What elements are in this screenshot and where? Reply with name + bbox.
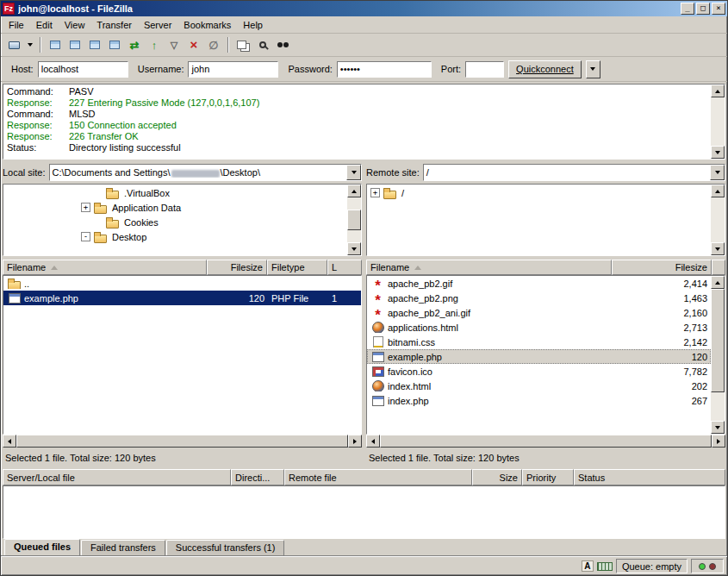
local-site-dropdown-button[interactable]: [346, 165, 361, 180]
scroll-thumb[interactable]: [347, 210, 361, 230]
tree-item-desktop[interactable]: -Desktop: [3, 229, 347, 244]
column-filesize[interactable]: Filesize: [207, 260, 267, 275]
file-row[interactable]: index.html202: [367, 379, 711, 393]
toggle-log-icon[interactable]: [46, 35, 65, 54]
send-led-icon: [709, 563, 716, 570]
host-input[interactable]: [38, 61, 128, 78]
disconnect-icon[interactable]: [204, 35, 223, 54]
refresh-icon[interactable]: [125, 35, 144, 54]
scroll-down-button[interactable]: [711, 242, 725, 255]
menu-edit[interactable]: Edit: [30, 18, 59, 32]
transfer-queue-list[interactable]: [3, 485, 725, 539]
activity-indicators: [691, 559, 724, 573]
close-button[interactable]: ×: [712, 3, 725, 15]
scroll-up-button[interactable]: [711, 276, 725, 289]
remote-hscrollbar[interactable]: [366, 435, 725, 448]
column-filesize[interactable]: Filesize: [612, 260, 712, 275]
maximize-button[interactable]: □: [696, 3, 710, 15]
tree-item-root[interactable]: +/: [367, 185, 711, 200]
transfer-type-indicator-icon[interactable]: A: [582, 560, 594, 572]
file-row[interactable]: apache_pb2.png1,463: [367, 291, 711, 305]
menu-help[interactable]: Help: [237, 18, 269, 32]
tree-item-cookies[interactable]: Cookies: [3, 215, 347, 229]
scroll-down-button[interactable]: [711, 146, 725, 159]
column-direction[interactable]: Directi...: [231, 469, 284, 485]
scroll-thumb[interactable]: [380, 435, 712, 448]
scroll-up-button[interactable]: [711, 85, 725, 97]
minimize-button[interactable]: _: [681, 3, 694, 15]
scroll-down-button[interactable]: [347, 242, 361, 255]
toggle-local-tree-icon[interactable]: [65, 35, 84, 54]
scroll-thumb[interactable]: [16, 435, 348, 448]
file-row-parent-dir[interactable]: ..: [3, 276, 361, 291]
file-row[interactable]: favicon.ico7,782: [367, 364, 711, 379]
tab-failed-transfers[interactable]: Failed transfers: [81, 540, 165, 556]
file-row[interactable]: apache_pb2.gif2,414: [367, 276, 711, 291]
tree-item-application-data[interactable]: +Application Data: [3, 200, 347, 215]
collapse-minus-icon[interactable]: -: [81, 232, 90, 241]
menu-view[interactable]: View: [59, 18, 91, 32]
directory-comparison-icon[interactable]: [233, 35, 252, 54]
quickconnect-dropdown-button[interactable]: [586, 60, 600, 78]
file-row[interactable]: bitnami.css2,142: [367, 335, 711, 349]
queue-tabs: Queued files Failed transfers Successful…: [1, 539, 727, 556]
scroll-left-button[interactable]: [3, 435, 16, 448]
column-size[interactable]: Size: [472, 469, 522, 485]
tree-item-virtualbox[interactable]: .VirtualBox: [3, 185, 347, 200]
local-tree-scrollbar[interactable]: [347, 185, 361, 255]
column-priority[interactable]: Priority: [522, 469, 574, 485]
local-site-combobox[interactable]: C:\Documents and Settings\\Desktop\: [49, 164, 362, 181]
column-filename[interactable]: Filename: [366, 260, 612, 275]
column-last-modified[interactable]: L: [327, 260, 362, 275]
scroll-right-button[interactable]: [348, 435, 362, 448]
menu-bookmarks[interactable]: Bookmarks: [177, 18, 237, 32]
menu-server[interactable]: Server: [138, 18, 177, 32]
column-remote-file[interactable]: Remote file: [284, 469, 472, 485]
tab-successful-transfers[interactable]: Successful transfers (1): [166, 540, 285, 556]
find-files-icon[interactable]: [253, 35, 272, 54]
username-input[interactable]: [188, 61, 278, 78]
column-server-local-file[interactable]: Server/Local file: [3, 469, 231, 485]
log-scrollbar[interactable]: [711, 85, 725, 159]
menu-transfer[interactable]: Transfer: [90, 18, 138, 32]
cancel-icon[interactable]: [184, 35, 203, 54]
expand-plus-icon[interactable]: +: [81, 203, 90, 212]
scroll-thumb[interactable]: [711, 289, 725, 392]
local-hscrollbar[interactable]: [3, 435, 362, 448]
browser-panes: Local site: C:\Documents and Settings\\D…: [1, 161, 727, 467]
column-status[interactable]: Status: [574, 469, 725, 485]
site-manager-dropdown-icon[interactable]: [24, 35, 35, 54]
remote-list-scrollbar[interactable]: [711, 276, 725, 434]
scroll-up-button[interactable]: [347, 185, 361, 197]
synchronized-browsing-icon[interactable]: [273, 35, 292, 54]
titlebar[interactable]: Fz john@localhost - FileZilla _ □ ×: [1, 1, 727, 16]
file-row-example-php[interactable]: example.php 120 PHP File 1: [3, 291, 361, 305]
scroll-up-button[interactable]: [711, 185, 725, 197]
column-filename[interactable]: Filename: [3, 260, 207, 275]
remote-directory-tree: +/: [366, 184, 725, 256]
filter-icon[interactable]: [165, 35, 184, 54]
expand-plus-icon[interactable]: +: [370, 188, 380, 197]
port-input[interactable]: [465, 61, 504, 78]
scroll-left-button[interactable]: [366, 435, 380, 448]
file-row[interactable]: apache_pb2_ani.gif2,160: [367, 305, 711, 320]
file-row[interactable]: index.php267: [367, 393, 711, 408]
column-filetype[interactable]: Filetype: [267, 260, 327, 275]
remote-site-combobox[interactable]: /: [423, 164, 725, 181]
tab-queued-files[interactable]: Queued files: [4, 539, 80, 556]
scroll-right-button[interactable]: [712, 435, 725, 448]
remote-tree-scrollbar[interactable]: [711, 185, 725, 255]
file-row-example-php[interactable]: example.php120: [367, 349, 711, 364]
password-input[interactable]: [337, 61, 432, 78]
remote-site-dropdown-button[interactable]: [710, 165, 725, 180]
toggle-remote-tree-icon[interactable]: [85, 35, 104, 54]
site-manager-icon[interactable]: [4, 35, 23, 54]
toggle-queue-icon[interactable]: [105, 35, 124, 54]
sort-ascending-icon: [414, 266, 421, 270]
menu-file[interactable]: File: [3, 18, 30, 32]
scroll-down-button[interactable]: [711, 421, 725, 434]
process-queue-icon[interactable]: [145, 35, 164, 54]
quickconnect-button[interactable]: Quickconnect: [508, 60, 582, 78]
file-row[interactable]: applications.html2,713: [367, 320, 711, 335]
folder-icon: [383, 187, 397, 198]
